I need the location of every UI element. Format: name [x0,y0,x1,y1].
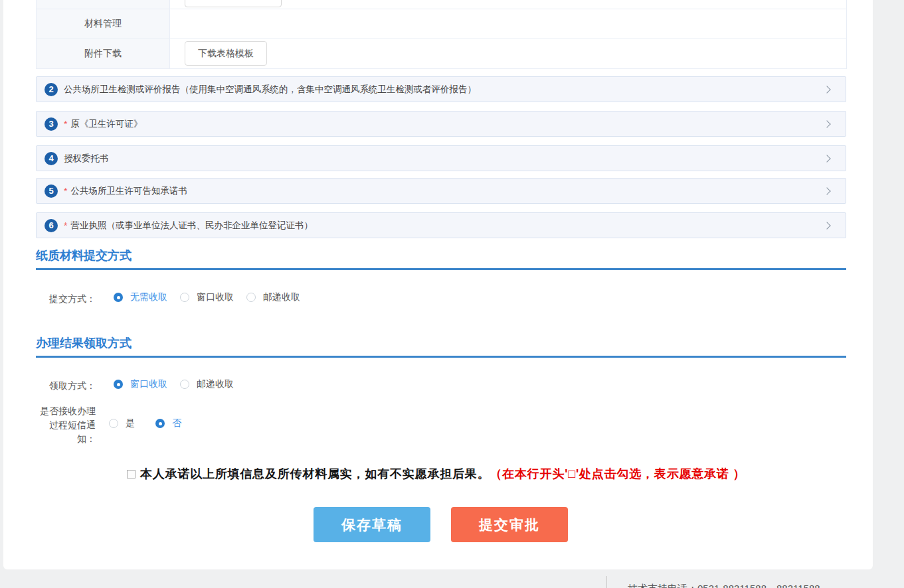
promise-statement: 本人承诺以上所填信息及所传材料属实，如有不实愿承担后果。（在本行开头'□'处点击… [140,466,745,482]
radio-option-label: 是 [126,417,135,429]
promise-hint: （在本行开头'□'处点击勾选，表示愿意承诺 ） [490,467,745,480]
chevron-right-icon [823,155,830,162]
radio-selected-icon[interactable] [114,380,123,389]
radio-option-label: 窗口收取 [197,291,234,303]
radio-option-label: 窗口收取 [130,378,167,390]
radio-unselected-icon[interactable] [180,293,189,302]
material-item[interactable]: 4授权委托书 [36,145,846,171]
section-title-paper-submit: 纸质材料提交方式 [36,248,132,263]
promise-checkbox[interactable] [127,470,136,478]
radio-option[interactable]: 是 [109,417,135,429]
table-label-cell: 材料管理 [37,9,170,38]
page: 材料管理 附件下载 下载表格模板 2公共场所卫生检测或评价报告（使用集中空调通风… [0,0,904,588]
material-number-badge: 6 [45,219,58,232]
field-label-pickup-method: 领取方式： [36,379,96,393]
table-row-attachment-download: 附件下载 下载表格模板 [37,38,846,68]
material-item[interactable]: 6*营业执照（或事业单位法人证书、民办非企业单位登记证书） [36,212,846,238]
table-value-cell [170,0,846,9]
material-number-badge: 4 [45,152,58,165]
chevron-right-icon [823,86,830,93]
material-item[interactable]: 3*原《卫生许可证》 [36,111,846,137]
material-title: 营业执照（或事业单位法人证书、民办非企业单位登记证书） [70,220,313,232]
footer-divider [606,576,607,588]
required-asterisk: * [64,186,67,196]
radio-option[interactable]: 邮递收取 [246,291,300,303]
radio-option-label: 邮递收取 [263,291,300,303]
radio-option-label: 邮递收取 [197,378,234,390]
material-number-badge: 3 [45,117,58,131]
material-number-badge: 2 [45,83,58,96]
radio-option[interactable]: 窗口收取 [114,378,167,390]
attachment-table: 材料管理 附件下载 下载表格模板 [36,0,847,69]
radio-option-label: 无需收取 [130,291,167,303]
field-label-submit-method: 提交方式： [36,292,96,306]
radio-group-submit-method: 无需收取窗口收取邮递收取 [114,292,313,303]
section-title-result-pickup: 办理结果领取方式 [36,335,132,351]
footer-support-phone: 技术支持电话：0531-88311588、88311588 [628,583,820,588]
download-template-button[interactable]: 下载表格模板 [185,41,267,66]
radio-option[interactable]: 无需收取 [114,291,167,303]
radio-unselected-icon[interactable] [109,419,118,428]
section-underline [36,356,846,358]
material-item[interactable]: 2公共场所卫生检测或评价报告（使用集中空调通风系统的，含集中空调通风系统卫生检测… [36,76,846,102]
radio-group-sms-notify: 是否 [109,418,202,429]
promise-row: 本人承诺以上所填信息及所传材料属实，如有不实愿承担后果。（在本行开头'□'处点击… [127,465,745,483]
table-label-cell [37,0,170,9]
material-title: 授权委托书 [64,153,109,165]
table-value-cell [170,9,846,38]
material-number-badge: 5 [45,184,58,198]
chevron-right-icon [823,187,830,194]
material-item[interactable]: 5*公共场所卫生许可告知承诺书 [36,178,846,204]
radio-unselected-icon[interactable] [246,293,256,302]
partial-input[interactable] [185,0,282,7]
radio-group-pickup-method: 窗口收取邮递收取 [114,379,246,390]
required-asterisk: * [64,220,67,231]
chevron-right-icon [823,120,830,127]
section-underline [36,268,846,270]
material-title: 原《卫生许可证》 [70,118,142,130]
table-value-cell: 下载表格模板 [170,38,846,68]
radio-option-label: 否 [172,417,181,429]
field-label-sms-notify: 是否接收办理过程短信通知： [36,404,96,446]
chevron-right-icon [823,222,830,229]
table-row-partial [37,0,846,9]
radio-selected-icon[interactable] [155,419,165,428]
radio-selected-icon[interactable] [114,293,123,302]
table-label-cell: 附件下载 [37,38,170,68]
radio-option[interactable]: 否 [155,417,181,429]
submit-approval-button[interactable]: 提交审批 [451,507,568,542]
material-title: 公共场所卫生许可告知承诺书 [70,185,187,197]
radio-option[interactable]: 窗口收取 [180,291,234,303]
table-row-material-manage: 材料管理 [37,9,846,38]
required-asterisk: * [64,119,67,129]
material-title: 公共场所卫生检测或评价报告（使用集中空调通风系统的，含集中空调通风系统卫生检测或… [64,84,476,96]
save-draft-button[interactable]: 保存草稿 [314,507,430,542]
radio-option[interactable]: 邮递收取 [180,378,234,390]
radio-unselected-icon[interactable] [180,380,189,389]
